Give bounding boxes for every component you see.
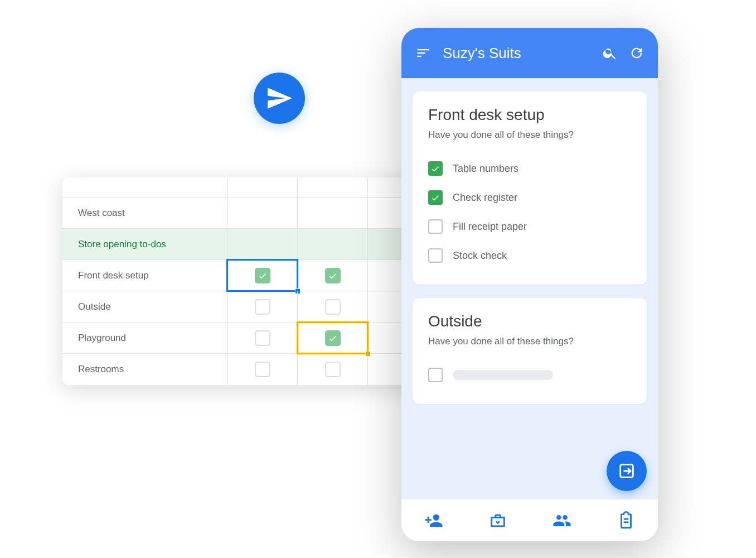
- checkbox-unchecked-icon: [255, 330, 270, 346]
- app-header: Suzy's Suits: [401, 28, 658, 78]
- task-row-label[interactable]: Restrooms: [62, 354, 227, 385]
- checklist-item[interactable]: [428, 360, 631, 389]
- checkbox-checked-icon: [428, 190, 443, 205]
- checkbox-unchecked-icon: [325, 299, 341, 315]
- card-title: Front desk setup: [428, 106, 631, 124]
- card-subtitle: Have you done all of these things?: [428, 336, 631, 347]
- checkbox-checked-icon: [255, 268, 270, 283]
- checkbox-cell[interactable]: [227, 323, 298, 353]
- card-subtitle: Have you done all of these things?: [428, 129, 631, 141]
- checkbox-unchecked-icon: [428, 248, 443, 263]
- checklist-item-label: Fill receipt paper: [453, 221, 527, 233]
- task-row-label[interactable]: Outside: [62, 291, 227, 322]
- checkbox-unchecked-icon: [255, 299, 270, 315]
- checkbox-cell[interactable]: [298, 354, 368, 385]
- spreadsheet-panel: West coast Store opening to-dos Front de…: [62, 177, 419, 385]
- checkbox-unchecked-icon: [325, 362, 341, 377]
- task-row-label[interactable]: Playground: [62, 323, 227, 353]
- mobile-app-mockup: Suzy's Suits Front desk setup Have you d…: [401, 28, 658, 541]
- section-header-cell[interactable]: Store opening to-dos: [62, 229, 227, 259]
- checkbox-unchecked-icon: [255, 362, 270, 377]
- placeholder-text: [453, 370, 553, 380]
- app-title: Suzy's Suits: [443, 45, 591, 62]
- card-title: Outside: [428, 312, 631, 330]
- checkbox-checked-icon: [428, 161, 443, 176]
- briefcase-icon[interactable]: [488, 511, 507, 530]
- checkbox-unchecked-icon: [428, 219, 443, 234]
- checkbox-cell[interactable]: [227, 354, 298, 385]
- sheet-cell[interactable]: [298, 198, 368, 228]
- sheet-cell[interactable]: [298, 229, 368, 259]
- checkbox-cell-selected-orange[interactable]: [298, 323, 368, 353]
- checklist-item-label: Stock check: [453, 250, 507, 262]
- sheet-cell[interactable]: [227, 229, 298, 259]
- checklist-item[interactable]: Stock check: [428, 241, 631, 270]
- paper-plane-icon: [254, 73, 305, 124]
- submit-fab[interactable]: [607, 451, 647, 491]
- checkbox-cell[interactable]: [227, 291, 298, 322]
- checklist-item[interactable]: Check register: [428, 183, 631, 212]
- search-icon[interactable]: [602, 45, 618, 61]
- checkbox-cell-selected-blue[interactable]: [227, 260, 298, 291]
- checkbox-unchecked-icon: [428, 368, 443, 382]
- checklist-item-label: Table numbers: [453, 163, 518, 175]
- checkbox-checked-icon: [325, 330, 341, 346]
- checklist-item[interactable]: Table numbers: [428, 154, 631, 183]
- sheet-cell[interactable]: [227, 198, 298, 228]
- checklist-item[interactable]: Fill receipt paper: [428, 212, 631, 241]
- checklist-card: Outside Have you done all of these thing…: [413, 298, 647, 404]
- person-add-icon[interactable]: [424, 511, 443, 530]
- sort-icon[interactable]: [415, 45, 432, 61]
- checklist-item-label: Check register: [453, 192, 517, 204]
- group-icon[interactable]: [553, 511, 571, 530]
- refresh-icon[interactable]: [629, 45, 644, 61]
- app-body: Front desk setup Have you done all of th…: [401, 78, 658, 499]
- clipboard-icon[interactable]: [617, 511, 636, 530]
- checkbox-checked-icon: [325, 268, 341, 283]
- region-cell[interactable]: West coast: [62, 198, 227, 228]
- task-row-label[interactable]: Front desk setup: [62, 260, 227, 291]
- checkbox-cell[interactable]: [298, 291, 368, 322]
- bottom-nav: [401, 499, 658, 541]
- checklist-card: Front desk setup Have you done all of th…: [413, 92, 647, 285]
- checkbox-cell[interactable]: [298, 260, 368, 291]
